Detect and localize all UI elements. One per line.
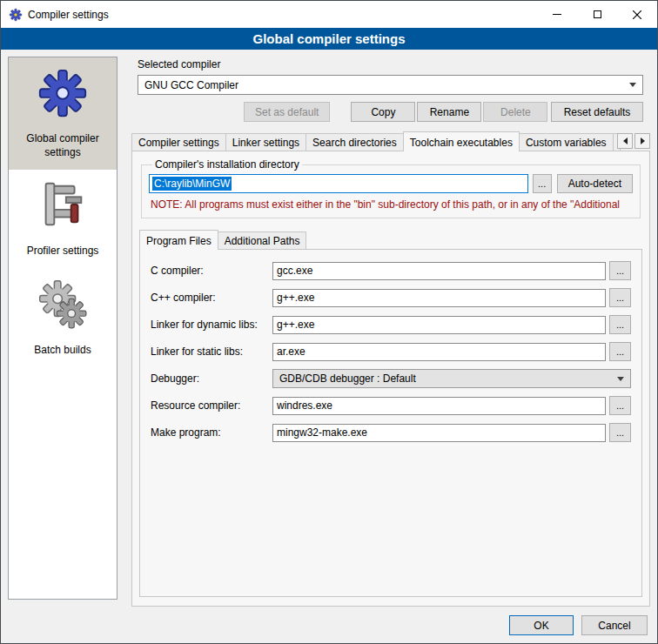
sidebar-item-label: Profiler settings (27, 244, 99, 258)
resource-compiler-input[interactable] (272, 397, 606, 415)
page-title: Global compiler settings (1, 28, 657, 50)
installation-directory-browse-button[interactable]: ... (533, 174, 552, 193)
make-program-label: Make program: (151, 426, 272, 439)
chevron-down-icon (617, 377, 624, 381)
linker-dynamic-label: Linker for dynamic libs: (151, 319, 272, 331)
settings-tabstrip: Compiler settings Linker settings Search… (131, 131, 650, 151)
field-row-cpp-compiler: C++ compiler: ... (151, 288, 631, 307)
close-icon (633, 10, 641, 19)
linker-static-browse-button[interactable]: ... (609, 342, 631, 361)
installation-directory-legend: Compiler's installation directory (152, 158, 302, 171)
compiler-select[interactable]: GNU GCC Compiler (138, 75, 643, 95)
ok-button[interactable]: OK (509, 615, 574, 635)
rename-button[interactable]: Rename (417, 102, 481, 122)
tab-additional-paths[interactable]: Additional Paths (218, 231, 307, 249)
compiler-settings-window: Compiler settings Global compiler settin… (0, 0, 658, 644)
cpp-compiler-label: C++ compiler: (151, 292, 272, 304)
linker-dynamic-browse-button[interactable]: ... (609, 315, 631, 334)
delete-button[interactable]: Delete (483, 102, 547, 122)
tab-compiler-settings[interactable]: Compiler settings (131, 133, 226, 151)
bin-subdirectory-note: NOTE: All programs must exist either in … (151, 198, 631, 211)
installation-directory-group: Compiler's installation directory C:\ray… (141, 158, 641, 218)
compiler-select-value: GNU GCC Compiler (144, 79, 624, 91)
sidebar-item-profiler-settings[interactable]: Profiler settings (9, 170, 117, 268)
app-icon (9, 8, 23, 22)
field-row-linker-dynamic: Linker for dynamic libs: ... (151, 315, 631, 334)
selected-compiler-label: Selected compiler (138, 58, 643, 70)
tab-toolchain-executables[interactable]: Toolchain executables (403, 131, 520, 151)
field-row-debugger: Debugger: GDB/CDB debugger : Default (151, 369, 631, 388)
make-program-input[interactable] (272, 424, 606, 442)
tab-scroll-controls (615, 133, 650, 149)
maximize-button[interactable] (577, 1, 617, 28)
minimize-button[interactable] (537, 1, 577, 28)
sidebar-item-batch-builds[interactable]: Batch builds (9, 269, 117, 367)
tab-scroll-left-button[interactable] (617, 133, 633, 149)
tab-program-files[interactable]: Program Files (139, 230, 218, 250)
main-panel: Selected compiler GNU GCC Compiler Set a… (131, 57, 650, 607)
tab-linker-settings[interactable]: Linker settings (225, 133, 306, 151)
toolchain-executables-page: Compiler's installation directory C:\ray… (131, 151, 650, 607)
minimize-icon (553, 14, 561, 15)
titlebar: Compiler settings (1, 1, 657, 28)
resource-compiler-label: Resource compiler: (151, 399, 272, 412)
profiler-clamp-icon (36, 178, 90, 232)
triangle-left-icon (623, 138, 628, 144)
sidebar-item-label: Batch builds (34, 343, 91, 357)
tab-custom-variables[interactable]: Custom variables (519, 133, 614, 151)
settings-sidebar: Global compiler settings Profiler settin… (8, 57, 118, 600)
installation-directory-row: C:\raylib\MinGW ... Auto-detect (149, 174, 633, 193)
resource-compiler-browse-button[interactable]: ... (609, 396, 631, 415)
triangle-right-icon (641, 138, 645, 144)
window-title: Compiler settings (28, 9, 109, 21)
chevron-down-icon (629, 83, 636, 87)
linker-static-input[interactable] (272, 343, 606, 361)
sidebar-item-global-compiler-settings[interactable]: Global compiler settings (9, 57, 117, 170)
reset-defaults-button[interactable]: Reset defaults (551, 102, 643, 122)
c-compiler-input[interactable] (272, 262, 606, 280)
auto-detect-button[interactable]: Auto-detect (557, 174, 633, 193)
cpp-compiler-input[interactable] (272, 289, 606, 307)
tab-scroll-right-button[interactable] (634, 133, 650, 149)
sidebar-item-label: Global compiler settings (10, 131, 115, 159)
close-button[interactable] (617, 1, 657, 28)
field-row-c-compiler: C compiler: ... (151, 261, 631, 280)
program-files-tabstrip: Program Files Additional Paths (139, 230, 642, 249)
installation-directory-input[interactable]: C:\raylib\MinGW (149, 174, 528, 193)
debugger-select[interactable]: GDB/CDB debugger : Default (272, 369, 631, 388)
set-as-default-button[interactable]: Set as default (244, 102, 330, 122)
maximize-icon (594, 10, 601, 18)
c-compiler-label: C compiler: (151, 265, 272, 277)
make-program-browse-button[interactable]: ... (609, 423, 631, 442)
linker-static-label: Linker for static libs: (151, 345, 272, 358)
compiler-buttons-row: Set as default Copy Rename Delete Reset … (138, 102, 643, 122)
cancel-button[interactable]: Cancel (581, 615, 648, 635)
tab-search-directories[interactable]: Search directories (306, 133, 404, 151)
debugger-select-value: GDB/CDB debugger : Default (279, 372, 612, 385)
field-row-linker-static: Linker for static libs: ... (151, 342, 631, 361)
dialog-footer: OK Cancel (509, 615, 648, 635)
gray-gears-icon (36, 278, 90, 332)
linker-dynamic-input[interactable] (272, 316, 606, 334)
window-controls (537, 1, 657, 28)
program-files-page: C compiler: ... C++ compiler: ... Linker… (139, 249, 642, 597)
field-row-make-program: Make program: ... (151, 423, 631, 442)
cpp-compiler-browse-button[interactable]: ... (609, 288, 631, 307)
field-row-resource-compiler: Resource compiler: ... (151, 396, 631, 415)
compiler-selection-section: Selected compiler GNU GCC Compiler Set a… (131, 57, 650, 122)
c-compiler-browse-button[interactable]: ... (609, 261, 631, 280)
blue-gear-icon (36, 66, 90, 120)
installation-directory-value: C:\raylib\MinGW (152, 177, 232, 191)
copy-button[interactable]: Copy (351, 102, 415, 122)
debugger-label: Debugger: (151, 372, 272, 385)
dialog-body: Global compiler settings Profiler settin… (1, 50, 657, 643)
